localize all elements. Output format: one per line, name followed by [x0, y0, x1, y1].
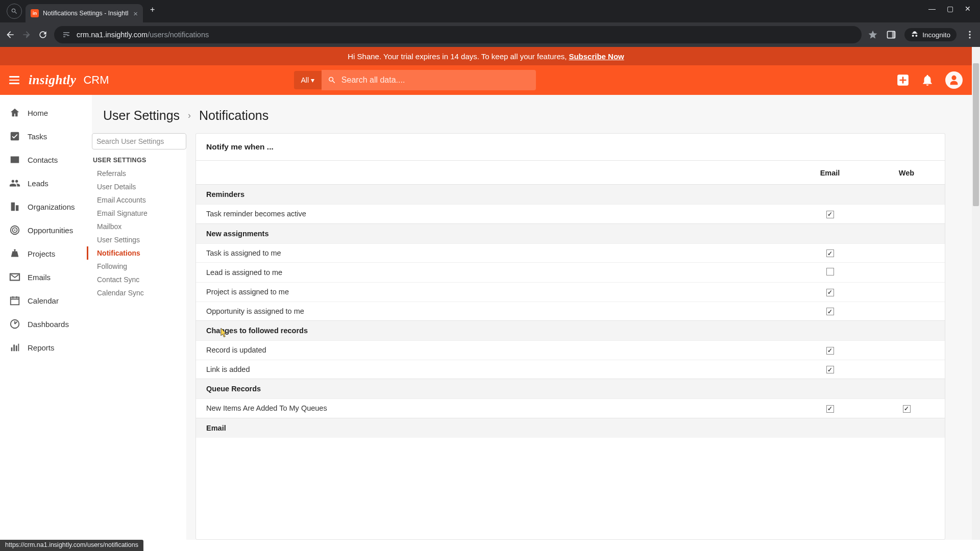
email-cell	[792, 243, 868, 263]
web-cell	[868, 302, 945, 321]
col-email-header: Email	[792, 161, 868, 185]
section-heading-row: New assignments	[196, 223, 945, 243]
checkbox[interactable]	[826, 289, 834, 296]
search-input[interactable]	[341, 76, 530, 85]
maximize-icon[interactable]: ▢	[947, 5, 953, 13]
section-heading-row: Reminders	[196, 185, 945, 205]
new-tab-button[interactable]: +	[143, 5, 162, 14]
settings-item-following[interactable]: Following	[92, 260, 186, 273]
search-glyph-icon	[11, 8, 18, 15]
browser-nav-bar: crm.na1.insightly.com/users/notification…	[0, 22, 980, 47]
settings-search[interactable]	[92, 133, 186, 149]
section-heading-row: Email	[196, 418, 945, 438]
bookmark-star-icon[interactable]	[868, 30, 878, 40]
notification-label: Link is added	[196, 360, 792, 379]
settings-item-email-signature[interactable]: Email Signature	[92, 207, 186, 220]
settings-item-email-accounts[interactable]: Email Accounts	[92, 193, 186, 207]
nav-item-home[interactable]: Home	[0, 101, 92, 124]
breadcrumb: User Settings › Notifications	[92, 104, 945, 133]
email-cell	[792, 341, 868, 360]
email-cell	[792, 399, 868, 418]
section-heading-row: Queue Records	[196, 379, 945, 399]
sidepanel-icon[interactable]	[886, 30, 896, 40]
nav-item-projects[interactable]: Projects	[0, 242, 92, 265]
web-cell	[868, 360, 945, 379]
checkbox[interactable]	[903, 405, 911, 413]
checkbox[interactable]	[826, 405, 834, 413]
settings-item-notifications[interactable]: Notifications	[87, 246, 186, 260]
checkbox[interactable]	[826, 347, 834, 355]
settings-item-referrals[interactable]: Referrals	[92, 167, 186, 180]
breadcrumb-leaf: Notifications	[199, 108, 268, 123]
notification-row: Project is assigned to me	[196, 283, 945, 302]
reload-icon[interactable]	[38, 30, 48, 40]
nav-item-label: Emails	[28, 273, 51, 282]
app-logo[interactable]: insightly	[29, 73, 76, 87]
nav-item-emails[interactable]: Emails	[0, 265, 92, 289]
settings-search-input[interactable]	[96, 137, 186, 145]
nav-item-organizations[interactable]: Organizations	[0, 195, 92, 218]
settings-item-contact-sync[interactable]: Contact Sync	[92, 273, 186, 286]
checkbox[interactable]	[826, 211, 834, 218]
settings-item-calendar-sync[interactable]: Calendar Sync	[92, 286, 186, 299]
notification-row: New Items Are Added To My Queues	[196, 399, 945, 418]
web-cell	[868, 399, 945, 418]
content-wrap: User Settings › Notifications USER SETTI…	[92, 95, 972, 540]
nav-item-label: Organizations	[28, 203, 75, 211]
browser-menu-icon[interactable]	[965, 30, 975, 40]
nav-item-contacts[interactable]: Contacts	[0, 148, 92, 171]
page-scrollbar[interactable]	[972, 47, 980, 540]
checkbox[interactable]	[826, 308, 834, 315]
subscribe-link[interactable]: Subscribe Now	[569, 52, 624, 61]
nav-toggle-button[interactable]	[9, 76, 19, 84]
site-tune-icon[interactable]	[61, 30, 71, 40]
notification-label: Project is assigned to me	[196, 283, 792, 302]
notification-label: Opportunity is assigned to me	[196, 302, 792, 321]
web-cell	[868, 263, 945, 283]
notifications-bell-icon[interactable]	[921, 73, 934, 87]
reports-icon	[9, 342, 20, 353]
nav-item-opportunities[interactable]: Opportunities	[0, 218, 92, 242]
nav-item-tasks[interactable]: Tasks	[0, 124, 92, 148]
nav-item-label: Contacts	[28, 156, 58, 164]
notification-row: Task is assigned to me	[196, 243, 945, 263]
minimize-icon[interactable]: ―	[928, 5, 936, 13]
settings-item-user-details[interactable]: User Details	[92, 180, 186, 193]
trial-banner: Hi Shane. Your trial expires in 14 days.…	[0, 47, 972, 65]
home-icon	[9, 107, 20, 118]
checkbox[interactable]	[826, 268, 834, 276]
back-icon[interactable]	[5, 30, 15, 40]
tab-close-icon[interactable]: ×	[133, 9, 138, 18]
notification-label: Task is assigned to me	[196, 243, 792, 263]
browser-tab[interactable]: in Notifications Settings - Insightl ×	[26, 4, 143, 22]
left-nav: HomeTasksContactsLeadsOrganizationsOppor…	[0, 95, 92, 540]
email-cell	[792, 283, 868, 302]
nav-item-reports[interactable]: Reports	[0, 336, 92, 359]
window-controls: ― ▢ ✕	[928, 5, 980, 13]
svg-point-3	[969, 34, 970, 35]
settings-item-user-settings[interactable]: User Settings	[92, 233, 186, 246]
user-avatar[interactable]	[945, 71, 963, 89]
breadcrumb-root[interactable]: User Settings	[103, 108, 180, 123]
settings-item-mailbox[interactable]: Mailbox	[92, 220, 186, 233]
svg-point-2	[969, 31, 970, 33]
nav-item-calendar[interactable]: Calendar	[0, 289, 92, 312]
close-window-icon[interactable]: ✕	[965, 5, 971, 13]
notifications-panel: Notify me when ... Email Web RemindersTa…	[195, 133, 945, 540]
checkbox[interactable]	[826, 366, 834, 373]
notification-row: Link is added	[196, 360, 945, 379]
nav-item-dashboards[interactable]: Dashboards	[0, 312, 92, 336]
incognito-badge[interactable]: Incognito	[904, 28, 957, 41]
add-button[interactable]	[896, 73, 910, 87]
svg-point-4	[969, 37, 970, 38]
notification-label: Lead is assigned to me	[196, 263, 792, 283]
nav-item-leads[interactable]: Leads	[0, 171, 92, 195]
svg-rect-10	[11, 297, 19, 305]
browser-profile-icon[interactable]	[7, 4, 22, 19]
notification-row: Lead is assigned to me	[196, 263, 945, 283]
search-scope-dropdown[interactable]: All ▾	[294, 71, 322, 89]
url-bar[interactable]: crm.na1.insightly.com/users/notification…	[54, 26, 862, 43]
checkbox[interactable]	[826, 249, 834, 257]
browser-status-bar: https://crm.na1.insightly.com/users/noti…	[0, 540, 143, 551]
orgs-icon	[9, 201, 20, 212]
